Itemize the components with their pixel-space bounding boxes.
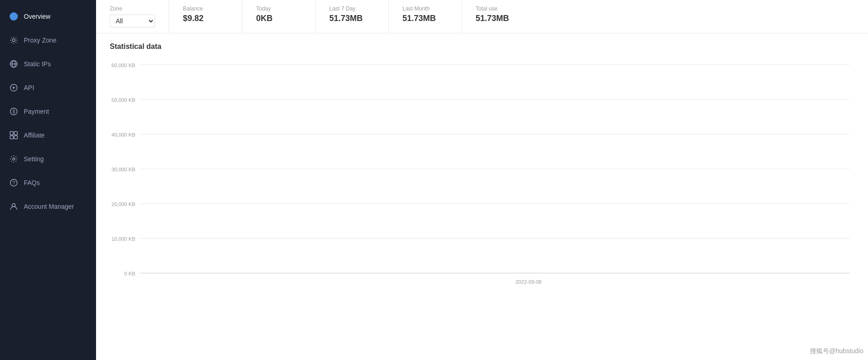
overview-icon <box>9 12 18 21</box>
svg-rect-10 <box>14 132 17 135</box>
svg-text:30,000 KB: 30,000 KB <box>112 167 135 172</box>
balance-value: $9.82 <box>183 14 228 23</box>
sidebar-item-payment[interactable]: $ Payment <box>0 100 96 123</box>
stat-last7: Last 7 Day 51.73MB <box>316 0 389 33</box>
chart-svg: 60,000 KB 50,000 KB 40,000 KB 30,000 KB … <box>110 60 854 288</box>
sidebar-item-overview-label: Overview <box>24 13 50 20</box>
api-icon <box>9 83 18 92</box>
svg-point-1 <box>12 15 15 18</box>
totaluse-label: Total use <box>476 5 521 12</box>
chart-title: Statistical data <box>110 42 854 51</box>
payment-icon: $ <box>9 107 18 116</box>
stats-bar: Zone All Balance $9.82 Today 0KB Last 7 … <box>96 0 868 33</box>
zone-select[interactable]: All <box>110 15 155 27</box>
svg-point-2 <box>12 39 15 42</box>
sidebar-item-overview[interactable]: Overview <box>0 5 96 28</box>
sidebar-item-proxy-zone-label: Proxy Zone <box>24 37 57 44</box>
balance-label: Balance <box>183 5 228 12</box>
sidebar: Overview Proxy Zone Static IPs A <box>0 0 96 360</box>
sidebar-item-faqs-label: FAQs <box>24 179 40 186</box>
sidebar-item-static-ips[interactable]: Static IPs <box>0 52 96 76</box>
sidebar-item-setting[interactable]: Setting <box>0 147 96 171</box>
sidebar-item-api[interactable]: API <box>0 76 96 100</box>
svg-text:50,000 KB: 50,000 KB <box>112 97 135 103</box>
svg-text:60,000 KB: 60,000 KB <box>112 63 135 68</box>
today-value: 0KB <box>256 14 301 23</box>
totaluse-value: 51.73MB <box>476 14 521 23</box>
last7-value: 51.73MB <box>329 14 375 23</box>
setting-icon <box>9 154 18 164</box>
stat-totaluse: Total use 51.73MB <box>462 0 535 33</box>
watermark: 搜狐号@hubstudio <box>810 347 863 355</box>
faqs-icon: ? <box>9 178 18 187</box>
svg-rect-12 <box>14 136 17 139</box>
svg-text:40,000 KB: 40,000 KB <box>112 132 135 138</box>
svg-text:$: $ <box>12 109 15 114</box>
svg-text:0 KB: 0 KB <box>124 271 135 276</box>
svg-rect-11 <box>10 136 13 139</box>
affiliate-icon <box>9 131 18 140</box>
last7-label: Last 7 Day <box>329 5 375 12</box>
sidebar-item-static-ips-label: Static IPs <box>24 60 51 68</box>
stat-zone: Zone All <box>96 0 169 33</box>
svg-text:20,000 KB: 20,000 KB <box>112 201 135 207</box>
svg-text:?: ? <box>12 180 15 185</box>
chart-container: 60,000 KB 50,000 KB 40,000 KB 30,000 KB … <box>110 60 854 288</box>
sidebar-item-affiliate-label: Affiliate <box>24 132 45 139</box>
account-icon <box>9 202 18 211</box>
main-content: Zone All Balance $9.82 Today 0KB Last 7 … <box>96 0 868 360</box>
zone-label: Zone <box>110 5 155 12</box>
sidebar-item-faqs[interactable]: ? FAQs <box>0 171 96 195</box>
sidebar-item-affiliate[interactable]: Affiliate <box>0 123 96 147</box>
stat-lastmonth: Last Month 51.73MB <box>389 0 462 33</box>
svg-text:2022-09-08: 2022-09-08 <box>515 279 541 284</box>
svg-rect-9 <box>10 132 13 135</box>
stat-today: Today 0KB <box>242 0 316 33</box>
lastmonth-value: 51.73MB <box>402 14 448 23</box>
globe-icon <box>9 59 18 69</box>
sidebar-item-account-manager-label: Account Manager <box>24 203 74 210</box>
svg-point-13 <box>13 158 15 160</box>
sidebar-item-setting-label: Setting <box>24 155 44 163</box>
svg-text:10,000 KB: 10,000 KB <box>112 236 135 242</box>
chart-area: Statistical data 60,000 KB 50,000 KB 40,… <box>96 33 868 360</box>
sidebar-item-account-manager[interactable]: Account Manager <box>0 195 96 218</box>
lastmonth-label: Last Month <box>402 5 448 12</box>
today-label: Today <box>256 5 301 12</box>
gear-icon <box>9 36 18 45</box>
sidebar-item-api-label: API <box>24 84 34 91</box>
stat-balance: Balance $9.82 <box>169 0 242 33</box>
sidebar-item-payment-label: Payment <box>24 108 49 115</box>
sidebar-item-proxy-zone[interactable]: Proxy Zone <box>0 28 96 52</box>
